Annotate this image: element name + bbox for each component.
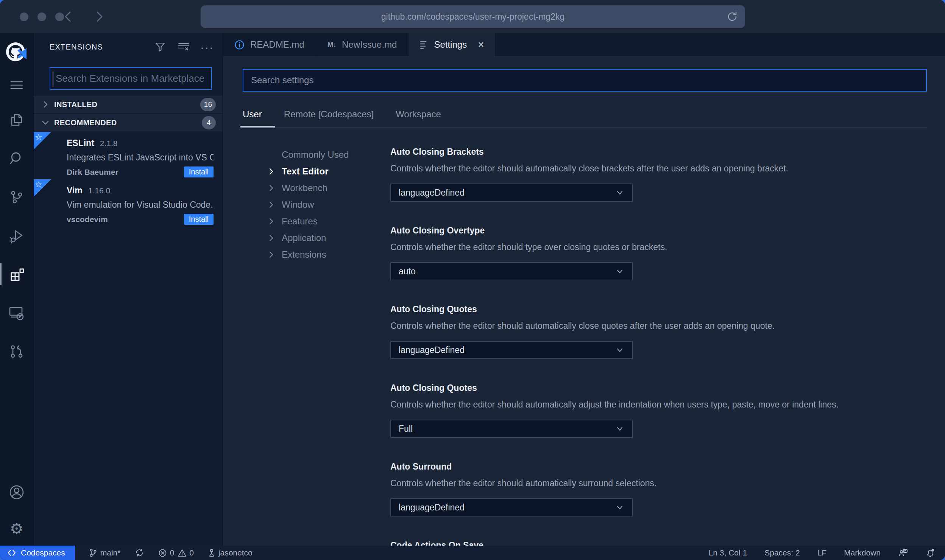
explorer-icon[interactable]	[0, 101, 33, 139]
chevron-right-icon	[267, 201, 275, 209]
menu-icon[interactable]	[0, 70, 33, 101]
reload-icon[interactable]	[725, 10, 739, 23]
sidebar-title: EXTENSIONS	[50, 43, 103, 51]
indentation[interactable]: Spaces: 2	[764, 548, 800, 557]
extension-description: Vim emulation for Visual Studio Code...	[67, 200, 214, 210]
toc-commonly-used[interactable]: Commonly Used	[267, 146, 390, 163]
tab-newissue[interactable]: M↓ NewIssue.md	[316, 33, 409, 56]
toc-extensions[interactable]: Extensions	[267, 246, 390, 263]
extension-publisher: vscodevim	[67, 215, 108, 224]
github-vscode-logo	[0, 36, 33, 70]
eol-indicator[interactable]: LF	[817, 548, 827, 557]
extension-description: Integrates ESLint JavaScript into VS C..…	[67, 152, 214, 163]
scope-tab-remote[interactable]: Remote [Codespaces]	[284, 109, 374, 127]
setting-auto-closing-overtype: Auto Closing Overtype Controls whether t…	[390, 225, 927, 280]
tab-settings[interactable]: Settings ×	[409, 33, 496, 56]
back-button[interactable]	[61, 9, 76, 24]
info-icon	[234, 40, 245, 50]
remote-icon	[8, 549, 16, 557]
chevron-down-icon	[41, 118, 50, 128]
remote-explorer-icon[interactable]	[0, 294, 33, 332]
editor-area: README.md M↓ NewIssue.md Settings × User…	[223, 33, 945, 546]
installed-count-badge: 16	[200, 98, 216, 111]
chevron-right-icon	[267, 217, 275, 226]
settings-editor: User Remote [Codespaces] Workspace Commo…	[223, 56, 945, 546]
notifications-bell-icon[interactable]	[925, 548, 935, 558]
toc-workbench[interactable]: Workbench	[267, 180, 390, 196]
extensions-search-input[interactable]	[50, 67, 212, 90]
activity-bar: ⚙	[0, 33, 33, 546]
branch-name: main*	[100, 548, 121, 557]
chevron-down-icon	[615, 503, 624, 512]
close-window-button[interactable]	[20, 12, 28, 21]
filter-icon[interactable]	[154, 41, 166, 53]
chevron-down-icon	[615, 424, 624, 433]
tab-readme[interactable]: README.md	[223, 33, 316, 56]
toc-window[interactable]: Window	[267, 196, 390, 213]
extension-card-vim[interactable]: ☆ Vim 1.16.0 Vim emulation for Visual St…	[34, 179, 223, 227]
user-name: jasonetco	[218, 548, 253, 557]
url-text: github.com/codespaces/user-my-project-mg…	[381, 12, 565, 22]
address-bar[interactable]: github.com/codespaces/user-my-project-mg…	[201, 5, 745, 28]
clear-extensions-icon[interactable]	[178, 41, 189, 53]
extension-card-eslint[interactable]: ☆ ESLint 2.1.8 Integrates ESLint JavaScr…	[34, 132, 223, 179]
more-actions-icon[interactable]: ···	[201, 41, 213, 53]
setting-select[interactable]: languageDefined	[390, 341, 633, 359]
codespaces-label: Codespaces	[21, 548, 65, 557]
select-value: languageDefined	[399, 502, 465, 513]
branch-indicator[interactable]: main*	[89, 548, 121, 557]
pull-requests-icon[interactable]	[0, 332, 33, 371]
recommended-section-header[interactable]: RECOMMENDED 4	[34, 114, 223, 131]
run-debug-icon[interactable]	[0, 216, 33, 255]
user-indicator[interactable]: jasonetco	[208, 548, 253, 557]
warnings-icon	[178, 549, 187, 557]
problems-indicator[interactable]: 0 0	[158, 548, 193, 557]
setting-select[interactable]: auto	[390, 262, 633, 280]
star-icon: ☆	[35, 180, 42, 190]
toc-text-editor[interactable]: Text Editor	[267, 163, 390, 180]
extensions-icon[interactable]	[0, 255, 33, 294]
settings-gear-icon[interactable]: ⚙	[0, 512, 33, 546]
sync-button[interactable]	[135, 548, 144, 557]
chevron-right-icon	[267, 184, 275, 192]
browser-titlebar: github.com/codespaces/user-my-project-mg…	[0, 0, 945, 33]
recommended-count-badge: 4	[202, 116, 216, 129]
install-button[interactable]: Install	[184, 166, 214, 177]
toc-features[interactable]: Features	[267, 213, 390, 230]
setting-auto-closing-quotes-2: Auto Closing Quotes Controls whether the…	[390, 383, 927, 438]
feedback-icon[interactable]	[898, 548, 908, 557]
account-icon[interactable]	[0, 473, 33, 512]
tab-label: NewIssue.md	[342, 39, 397, 50]
extension-name: Vim	[67, 185, 83, 196]
close-tab-icon[interactable]: ×	[478, 39, 484, 50]
settings-tab-icon	[420, 40, 428, 49]
setting-select[interactable]: languageDefined	[390, 184, 633, 202]
codespaces-remote-button[interactable]: Codespaces	[0, 546, 75, 560]
toc-application[interactable]: Application	[267, 230, 390, 246]
scope-tab-user[interactable]: User	[243, 109, 262, 127]
settings-search-input[interactable]	[243, 69, 927, 92]
section-label: INSTALLED	[54, 100, 97, 109]
install-button[interactable]: Install	[184, 214, 214, 225]
source-control-icon[interactable]	[0, 178, 33, 216]
setting-select[interactable]: Full	[390, 420, 633, 438]
installed-section-header[interactable]: INSTALLED 16	[34, 96, 223, 113]
settings-scope-tabs: User Remote [Codespaces] Workspace	[243, 109, 927, 128]
setting-select[interactable]: languageDefined	[390, 498, 633, 516]
tab-label: Settings	[434, 39, 467, 50]
extension-version: 2.1.8	[100, 139, 118, 148]
browser-window: github.com/codespaces/user-my-project-mg…	[0, 0, 945, 560]
setting-description: Controls whether the editor should type …	[390, 242, 927, 252]
cursor-position[interactable]: Ln 3, Col 1	[709, 548, 747, 557]
forward-button[interactable]	[92, 9, 107, 24]
chevron-right-icon	[267, 167, 275, 176]
settings-list: Auto Closing Brackets Controls whether t…	[390, 146, 927, 546]
language-mode[interactable]: Markdown	[844, 548, 881, 557]
chevron-down-icon	[615, 345, 624, 355]
scope-tab-workspace[interactable]: Workspace	[396, 109, 441, 127]
chevron-down-icon	[615, 188, 624, 197]
search-icon[interactable]	[0, 139, 33, 178]
minimize-window-button[interactable]	[37, 12, 46, 21]
extension-version: 1.16.0	[88, 186, 110, 195]
setting-description: Controls whether the editor should autom…	[390, 478, 927, 488]
